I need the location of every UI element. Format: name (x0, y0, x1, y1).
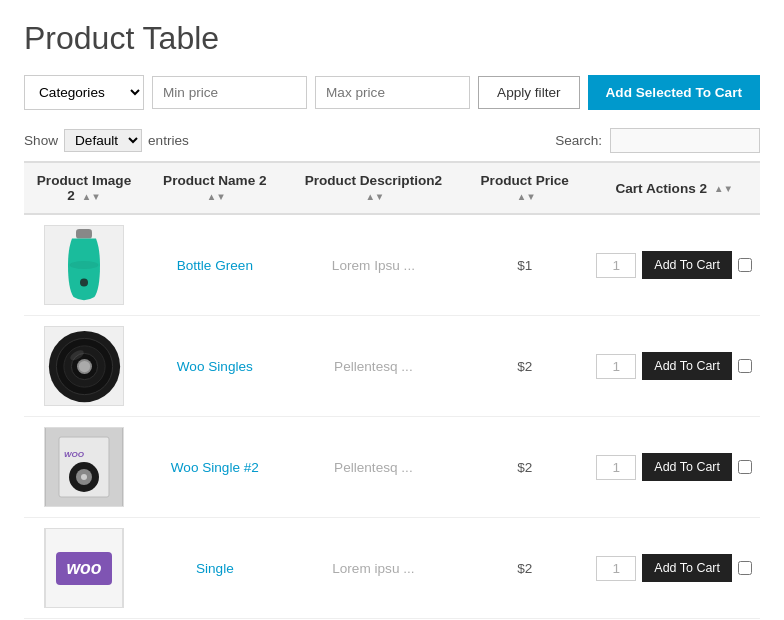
cart-actions: Add To Cart (596, 554, 752, 582)
cart-actions-cell: Add To Cart (588, 417, 760, 518)
toolbar: Categories Apply filter Add Selected To … (24, 75, 760, 110)
product-price: $2 (517, 359, 532, 374)
cart-actions-cell: Add To Cart (588, 518, 760, 619)
product-name-cell: Single (144, 518, 286, 619)
svg-point-1 (70, 261, 99, 269)
show-label: Show (24, 133, 58, 148)
table-controls: Show Default102550100 entries Search: (24, 128, 760, 153)
entries-select[interactable]: Default102550100 (64, 129, 142, 152)
select-product-checkbox[interactable] (738, 359, 752, 373)
product-description: Lorem Ipsu ... (332, 258, 415, 273)
product-price-cell: $2 (461, 417, 588, 518)
quantity-input[interactable] (596, 354, 636, 379)
product-description-cell: Pellentesq ... (286, 417, 461, 518)
select-product-checkbox[interactable] (738, 258, 752, 272)
product-description-cell: Lorem Ipsu ... (286, 214, 461, 316)
svg-text:WOO: WOO (64, 450, 85, 459)
cart-actions-cell: Add To Cart (588, 214, 760, 316)
product-name: Bottle Green (177, 258, 253, 273)
product-image-cell: WOO (24, 417, 144, 518)
apply-filter-button[interactable]: Apply filter (478, 76, 579, 109)
add-selected-to-cart-button[interactable]: Add Selected To Cart (588, 75, 760, 110)
product-name: Woo Single #2 (171, 460, 259, 475)
svg-point-17 (81, 474, 87, 480)
min-price-input[interactable] (152, 76, 307, 109)
col-product-image[interactable]: Product Image 2 ▲▼ (24, 162, 144, 214)
quantity-input[interactable] (596, 455, 636, 480)
svg-point-12 (78, 360, 89, 371)
search-label: Search: (555, 133, 602, 148)
sort-cart-actions-icon[interactable]: ▲▼ (714, 184, 733, 194)
search-input[interactable] (610, 128, 760, 153)
cart-actions-cell: Add To Cart (588, 316, 760, 417)
table-row: Woo Singles Pellentesq ... $2 Add To Car… (24, 316, 760, 417)
col-product-description[interactable]: Product Description2 ▲▼ (286, 162, 461, 214)
select-product-checkbox[interactable] (738, 561, 752, 575)
add-to-cart-button[interactable]: Add To Cart (642, 352, 732, 380)
product-price: $1 (517, 258, 532, 273)
product-image (44, 225, 124, 305)
svg-rect-0 (76, 229, 92, 239)
sort-product-name-icon[interactable]: ▲▼ (207, 192, 226, 202)
quantity-input[interactable] (596, 556, 636, 581)
product-description: Pellentesq ... (334, 359, 413, 374)
product-name-cell: Woo Single #2 (144, 417, 286, 518)
max-price-input[interactable] (315, 76, 470, 109)
product-description: Lorem ipsu ... (332, 561, 414, 576)
product-image: woo (44, 528, 124, 608)
product-name-cell: Bottle Green (144, 214, 286, 316)
product-name-cell: Woo Singles (144, 316, 286, 417)
cart-actions: Add To Cart (596, 453, 752, 481)
add-to-cart-button[interactable]: Add To Cart (642, 554, 732, 582)
table-row: Bottle Green Lorem Ipsu ... $1 Add To Ca… (24, 214, 760, 316)
product-price-cell: $1 (461, 214, 588, 316)
product-price: $2 (517, 460, 532, 475)
col-cart-actions[interactable]: Cart Actions 2 ▲▼ (588, 162, 760, 214)
sort-product-image-icon[interactable]: ▲▼ (82, 192, 101, 202)
product-price: $2 (517, 561, 532, 576)
product-table: Product Image 2 ▲▼ Product Name 2 ▲▼ Pro… (24, 161, 760, 619)
product-description: Pellentesq ... (334, 460, 413, 475)
col-product-price[interactable]: Product Price ▲▼ (461, 162, 588, 214)
search-area: Search: (555, 128, 760, 153)
select-product-checkbox[interactable] (738, 460, 752, 474)
product-price-cell: $2 (461, 316, 588, 417)
sort-product-desc-icon[interactable]: ▲▼ (365, 192, 384, 202)
product-description-cell: Pellentesq ... (286, 316, 461, 417)
quantity-input[interactable] (596, 253, 636, 278)
sort-product-price-icon[interactable]: ▲▼ (517, 192, 536, 202)
categories-select[interactable]: Categories (24, 75, 144, 110)
product-price-cell: $2 (461, 518, 588, 619)
entries-label: entries (148, 133, 189, 148)
product-image-cell (24, 316, 144, 417)
product-description-cell: Lorem ipsu ... (286, 518, 461, 619)
table-row: WOO Woo Single #2 Pellentesq ... $2 Add … (24, 417, 760, 518)
cart-actions: Add To Cart (596, 352, 752, 380)
page-title: Product Table (24, 20, 760, 57)
svg-rect-3 (81, 279, 87, 285)
table-row: woo Single Lorem ipsu ... $2 Add To Cart (24, 518, 760, 619)
add-to-cart-button[interactable]: Add To Cart (642, 251, 732, 279)
product-name: Single (196, 561, 234, 576)
add-to-cart-button[interactable]: Add To Cart (642, 453, 732, 481)
product-image: WOO (44, 427, 124, 507)
cart-actions: Add To Cart (596, 251, 752, 279)
show-entries: Show Default102550100 entries (24, 129, 189, 152)
col-product-name[interactable]: Product Name 2 ▲▼ (144, 162, 286, 214)
product-image-cell: woo (24, 518, 144, 619)
product-name: Woo Singles (177, 359, 253, 374)
product-image-cell (24, 214, 144, 316)
product-image (44, 326, 124, 406)
